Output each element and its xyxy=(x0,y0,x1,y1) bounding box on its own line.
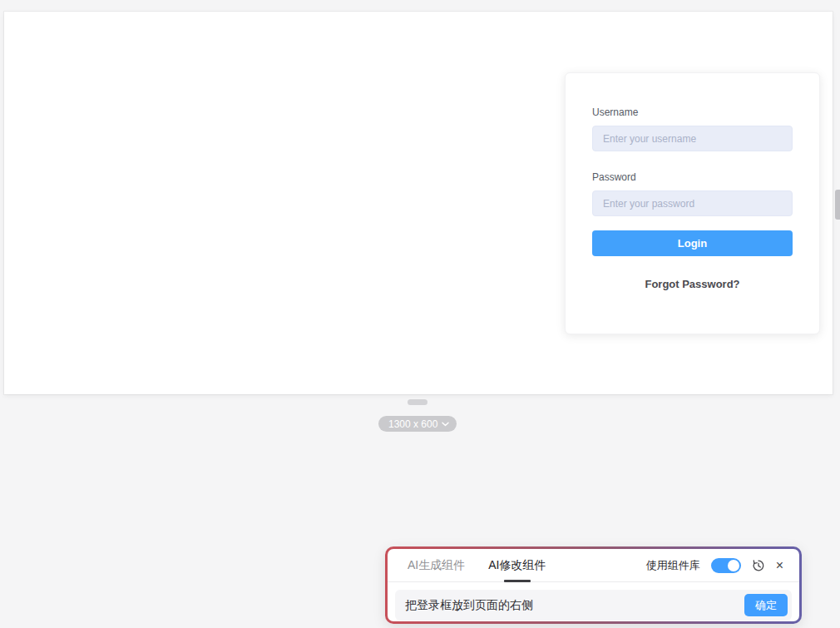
tab-active-underline xyxy=(504,580,531,582)
login-card: Username Password Login Forgot Password? xyxy=(565,72,820,334)
tab-ai-generate-component[interactable]: AI生成组件 xyxy=(408,549,465,581)
username-input[interactable] xyxy=(592,126,793,151)
username-label: Username xyxy=(592,106,793,118)
tab-label: AI修改组件 xyxy=(488,558,546,573)
password-label: Password xyxy=(592,171,793,183)
canvas-size-selector[interactable]: 1300 x 600 xyxy=(378,416,457,432)
toggle-knob xyxy=(728,560,739,571)
ai-panel-header: AI生成组件 AI修改组件 使用组件库 × xyxy=(388,549,799,582)
confirm-button[interactable]: 确定 xyxy=(744,594,788,616)
login-button[interactable]: Login xyxy=(592,230,793,256)
canvas-resize-handle[interactable] xyxy=(408,399,427,405)
prompt-input-row: 确定 xyxy=(395,590,792,621)
history-icon[interactable] xyxy=(752,559,765,572)
ai-panel-header-controls: 使用组件库 × xyxy=(646,558,783,573)
tab-ai-modify-component[interactable]: AI修改组件 xyxy=(488,549,546,581)
password-input[interactable] xyxy=(592,190,793,216)
vertical-scrollbar-thumb[interactable] xyxy=(835,190,840,220)
ai-panel-body: 确定 xyxy=(388,582,799,621)
spacer xyxy=(592,151,793,171)
chevron-down-icon xyxy=(442,422,449,427)
forgot-password-link[interactable]: Forgot Password? xyxy=(592,278,793,290)
ai-prompt-input[interactable] xyxy=(405,599,744,612)
canvas-size-label: 1300 x 600 xyxy=(388,418,437,430)
component-library-toggle[interactable] xyxy=(711,558,741,573)
component-library-toggle-label: 使用组件库 xyxy=(646,558,700,573)
design-canvas: Username Password Login Forgot Password? xyxy=(4,12,833,394)
close-icon[interactable]: × xyxy=(776,559,783,572)
tab-label: AI生成组件 xyxy=(408,558,465,573)
ai-assistant-panel: AI生成组件 AI修改组件 使用组件库 × 确定 xyxy=(385,546,802,624)
